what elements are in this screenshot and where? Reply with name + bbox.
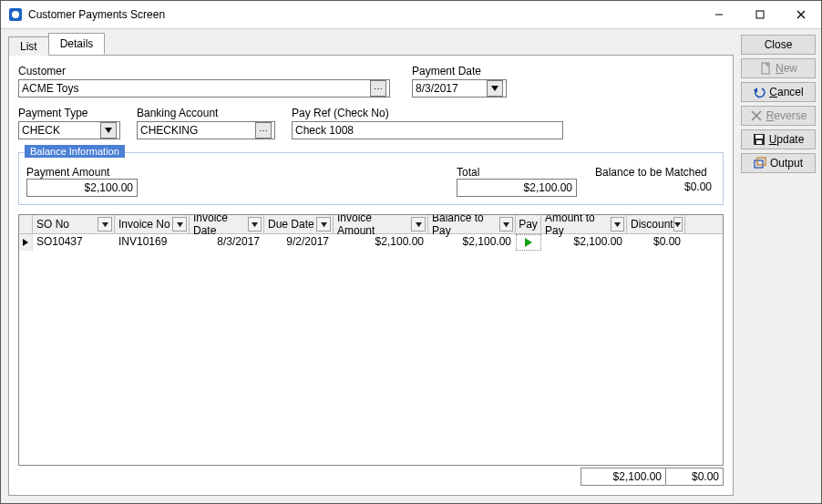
output-icon: [754, 157, 766, 170]
grid-header: SO No Invoice No Invoice Date Due Date I…: [19, 215, 723, 234]
maximize-button[interactable]: [739, 1, 780, 28]
field-pay-ref: Pay Ref (Check No) Check 1008: [292, 107, 563, 139]
banking-account-label: Banking Account: [137, 107, 275, 119]
svg-marker-14: [614, 221, 621, 226]
col-amount-to-pay[interactable]: Amount to Pay: [541, 215, 627, 233]
col-invoice-amount[interactable]: Invoice Amount: [334, 215, 428, 233]
window-title: Customer Payments Screen: [28, 8, 698, 21]
cross-icon: [750, 109, 763, 122]
balance-match-value: $0.00: [595, 179, 715, 197]
customer-input[interactable]: ACME Toys ⋯: [18, 79, 390, 98]
tab-details[interactable]: Details: [48, 33, 106, 55]
cell-pay-toggle[interactable]: [516, 234, 541, 251]
col-so-no[interactable]: SO No: [33, 215, 115, 233]
filter-icon[interactable]: [611, 217, 624, 231]
col-due-date[interactable]: Due Date: [264, 215, 334, 233]
svg-rect-26: [757, 158, 765, 165]
side-button-bar: Close NNewew Cancel Cancel Reverse Rever…: [741, 29, 821, 503]
footer-discount: $0.00: [665, 468, 724, 486]
field-banking-account: Banking Account CHECKING ⋯: [137, 107, 275, 139]
payment-date-value: 8/3/2017: [416, 82, 485, 95]
svg-marker-8: [102, 221, 108, 226]
footer-amount-to-pay: $2,100.00: [581, 468, 666, 486]
save-icon: [753, 133, 765, 146]
balance-information-group: Balance Information Payment Amount $2,10…: [18, 152, 724, 205]
payment-type-select[interactable]: CHECK: [18, 121, 120, 139]
payment-type-label: Payment Type: [18, 107, 120, 119]
col-invoice-no[interactable]: Invoice No: [115, 215, 190, 233]
svg-marker-15: [674, 221, 681, 226]
filter-icon[interactable]: [673, 217, 683, 231]
customer-value: ACME Toys: [22, 82, 368, 95]
titlebar: Customer Payments Screen: [1, 1, 821, 29]
svg-marker-13: [503, 221, 509, 226]
filter-icon[interactable]: [499, 217, 513, 231]
svg-marker-9: [177, 221, 183, 226]
cell-discount[interactable]: $0.00: [627, 234, 685, 251]
tab-list-label: List: [20, 40, 37, 53]
svg-point-1: [12, 11, 19, 18]
svg-marker-11: [321, 221, 327, 226]
svg-rect-3: [756, 11, 764, 18]
svg-marker-6: [491, 86, 498, 91]
cell-so-no[interactable]: SO10437: [33, 234, 115, 251]
invoice-grid: SO No Invoice No Invoice Date Due Date I…: [18, 214, 724, 466]
col-payment-amount: Payment Amount $2,100.00: [26, 166, 138, 197]
col-invoice-date[interactable]: Invoice Date: [190, 215, 264, 233]
filter-icon[interactable]: [411, 217, 426, 231]
rowhandle-header: [19, 215, 33, 233]
tab-details-label: Details: [60, 37, 94, 50]
svg-marker-7: [105, 128, 112, 133]
banking-account-lookup-button[interactable]: ⋯: [255, 122, 272, 139]
pay-ref-value: Check 1008: [295, 124, 560, 137]
new-file-icon: [759, 62, 772, 75]
grid-body[interactable]: SO10437 INV10169 8/3/2017 9/2/2017 $2,10…: [19, 234, 723, 465]
banking-account-value: CHECKING: [140, 124, 253, 137]
undo-icon: [753, 86, 765, 98]
payment-amount-label: Payment Amount: [26, 166, 138, 179]
row-selector[interactable]: [19, 234, 33, 251]
payment-date-input[interactable]: 8/3/2017: [412, 79, 507, 98]
svg-marker-10: [252, 221, 258, 226]
payment-date-dropdown-button[interactable]: [487, 80, 503, 97]
new-button[interactable]: NNewew: [741, 58, 816, 78]
payment-amount-value[interactable]: $2,100.00: [26, 179, 138, 197]
payment-type-dropdown-button[interactable]: [100, 122, 117, 139]
field-payment-date: Payment Date 8/3/2017: [412, 65, 507, 98]
col-total: Total $2,100.00: [457, 166, 577, 197]
svg-rect-25: [755, 160, 763, 168]
minimize-button[interactable]: [698, 1, 739, 28]
customer-lookup-button[interactable]: ⋯: [370, 80, 386, 97]
svg-rect-23: [755, 135, 763, 139]
filter-icon[interactable]: [172, 217, 187, 231]
pay-ref-input[interactable]: Check 1008: [292, 121, 563, 139]
close-button[interactable]: Close: [741, 35, 816, 55]
filter-icon[interactable]: [98, 217, 112, 231]
cancel-button[interactable]: Cancel Cancel: [741, 82, 816, 102]
grid-footer-totals: $2,100.00 $0.00: [18, 468, 724, 486]
customer-label: Customer: [18, 65, 390, 77]
cell-due-date[interactable]: 9/2/2017: [264, 234, 334, 251]
balance-group-title: Balance Information: [25, 145, 125, 158]
col-discount[interactable]: Discount: [627, 215, 685, 233]
col-balance-to-pay[interactable]: Balance to Pay: [428, 215, 516, 233]
reverse-button[interactable]: Reverse Reverse: [741, 106, 816, 126]
update-button[interactable]: Update Update: [741, 129, 816, 149]
details-panel: Customer ACME Toys ⋯ Payment Date 8/3/20…: [8, 55, 734, 496]
field-customer: Customer ACME Toys ⋯: [18, 65, 390, 98]
svg-marker-16: [23, 239, 28, 246]
banking-account-input[interactable]: CHECKING ⋯: [137, 121, 275, 139]
filter-icon[interactable]: [248, 217, 262, 231]
left-pane: List Details Customer ACME Toys ⋯ Paymen…: [1, 29, 741, 503]
cell-invoice-no[interactable]: INV10169: [115, 234, 190, 251]
close-window-button[interactable]: [780, 1, 821, 28]
output-button[interactable]: Output: [741, 153, 816, 173]
col-balance-match: Balance to be Matched $0.00: [595, 166, 715, 197]
col-pay[interactable]: Pay: [516, 215, 541, 233]
filter-icon[interactable]: [316, 217, 331, 231]
total-value: $2,100.00: [457, 179, 577, 197]
app-window: Customer Payments Screen List Details Cu…: [0, 0, 822, 504]
svg-rect-24: [756, 140, 762, 144]
tab-list[interactable]: List: [8, 36, 49, 56]
app-icon: [8, 7, 23, 22]
